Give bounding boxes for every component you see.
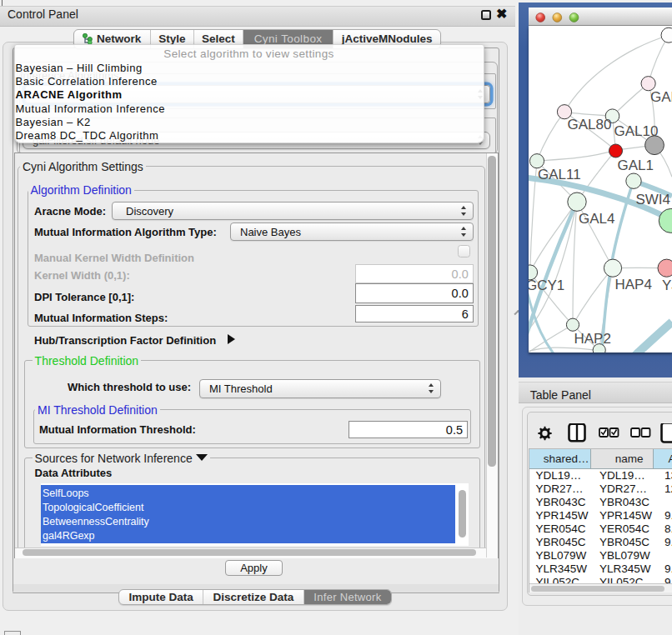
- svg-text:GAL11: GAL11: [538, 167, 581, 182]
- svg-text:SWI4: SWI4: [635, 191, 670, 207]
- svg-text:GAL80: GAL80: [568, 117, 612, 132]
- svg-text:YJ: YJ: [662, 277, 672, 292]
- svg-text:HAP2: HAP2: [574, 331, 611, 347]
- svg-text:GCY1: GCY1: [529, 278, 564, 293]
- svg-text:GAL4: GAL4: [579, 210, 614, 226]
- svg-text:GAL1: GAL1: [617, 157, 653, 172]
- svg-text:HAP4: HAP4: [614, 277, 651, 292]
- svg-text:GAL7: GAL7: [650, 89, 672, 105]
- svg-text:GAL10: GAL10: [614, 122, 658, 138]
